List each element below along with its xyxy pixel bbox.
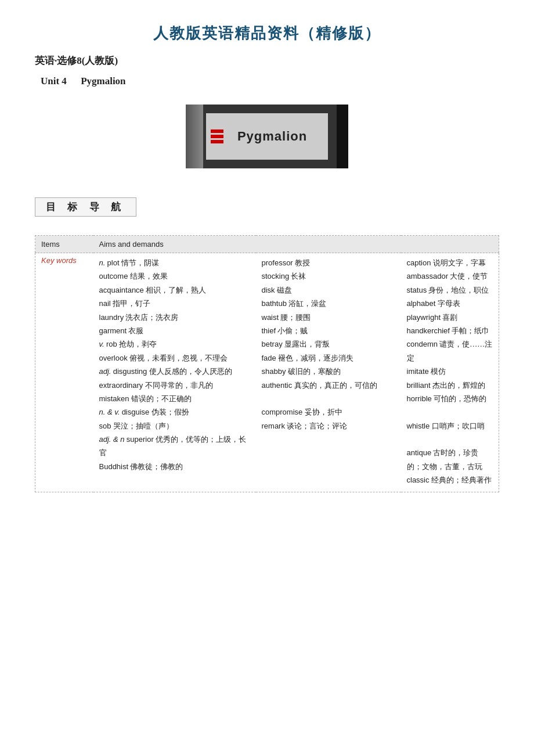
flag-stripe-red3: [211, 140, 223, 143]
word-entry: brilliant 杰出的，辉煌的: [407, 379, 493, 392]
word-entry: v. rob 抢劫，剥夺: [99, 337, 250, 351]
word-entry: whistle 口哨声；吹口哨: [407, 419, 493, 433]
word-entry: handkerchief 手帕；纸巾: [407, 324, 493, 337]
key-words-label: Key words: [35, 253, 93, 492]
word-entry: professor 教授: [262, 256, 395, 269]
word-entry: adj. & n superior 优秀的，优等的；上级，长官: [99, 433, 250, 460]
word-entry: nail 指甲，钉子: [99, 297, 250, 310]
subtitle: 英语·选修8(人教版): [35, 54, 499, 67]
word-entry: adj. disgusting 使人反感的，令人厌恶的: [99, 365, 250, 378]
word-entry: [407, 433, 493, 446]
col-aims-header: Aims and demands: [93, 236, 499, 253]
word-entry: horrible 可怕的，恐怖的: [407, 392, 493, 405]
word-entry: n. & v. disguise 伪装；假扮: [99, 405, 250, 419]
word-entry: disk 磁盘: [262, 283, 395, 297]
section-nav-title: 目 标 导 航: [35, 197, 136, 217]
word-entry: garment 衣服: [99, 324, 250, 337]
table-row: Key words n. plot 情节，阴谋 outcome 结果，效果 ac…: [35, 253, 499, 492]
word-entry: sob 哭泣；抽噎（声）: [99, 419, 250, 433]
word-entry: [262, 446, 395, 459]
word-entry: outcome 结果，效果: [99, 269, 250, 283]
unit-title: Unit 4 Pygmalion: [35, 75, 499, 87]
word-entry: [262, 433, 395, 446]
word-entry: bathtub 浴缸，澡盆: [262, 297, 395, 310]
word-entry: ambassador 大使，使节: [407, 269, 493, 283]
word-entry: classic 经典的；经典著作: [407, 473, 493, 487]
word-entry: [407, 405, 493, 419]
word-entry: [262, 392, 395, 405]
word-entry: compromise 妥协，折中: [262, 405, 395, 419]
word-entry: antique 古时的，珍贵的；文物，古董，古玩: [407, 446, 493, 473]
word-entry: authentic 真实的，真正的，可信的: [262, 379, 395, 392]
word-entry: imitate 模仿: [407, 365, 493, 378]
banner-box: Pygmalion: [186, 105, 348, 168]
word-entry: waist 腰；腰围: [262, 311, 395, 324]
unit-label: Unit 4: [41, 75, 67, 87]
banner-container: Pygmalion: [35, 105, 499, 168]
word-entry: n. plot 情节，阴谋: [99, 256, 250, 269]
col-words-2: professor 教授 stocking 长袜 disk 磁盘 bathtub…: [256, 253, 401, 492]
col-words-1: n. plot 情节，阴谋 outcome 结果，效果 acquaintance…: [93, 253, 256, 492]
word-entry: betray 显露出，背叛: [262, 337, 395, 351]
aims-table: Items Aims and demands Key words n. plot…: [35, 235, 499, 492]
word-entry: fade 褪色，减弱，逐步消失: [262, 351, 395, 365]
main-title: 人教版英语精品资料（精修版）: [35, 23, 499, 44]
banner-text: Pygmalion: [227, 129, 307, 144]
word-entry: playwright 喜剧: [407, 311, 493, 324]
word-entry: extraordinary 不同寻常的，非凡的: [99, 379, 250, 392]
word-entry: stocking 长袜: [262, 269, 395, 283]
word-entry: condemn 谴责，使……注定: [407, 337, 493, 365]
word-entry: alphabet 字母表: [407, 297, 493, 310]
unit-name: Pygmalion: [81, 75, 125, 87]
word-entry: acquaintance 相识，了解，熟人: [99, 283, 250, 297]
word-entry: status 身份，地位，职位: [407, 283, 493, 297]
word-entry: caption 说明文字，字幕: [407, 256, 493, 269]
banner-inner: Pygmalion: [206, 113, 328, 160]
word-entry: mistaken 错误的；不正确的: [99, 392, 250, 405]
flag-stripe-red2: [211, 135, 223, 138]
word-entry: remark 谈论；言论；评论: [262, 419, 395, 433]
banner-flag: [211, 129, 223, 143]
col-items-header: Items: [35, 236, 93, 253]
table-header-row: Items Aims and demands: [35, 236, 499, 253]
word-entry: Buddhist 佛教徒；佛教的: [99, 460, 250, 473]
nav-section: 目 标 导 航: [35, 197, 499, 226]
flag-stripe-red1: [211, 129, 223, 133]
col-words-3: caption 说明文字，字幕 ambassador 大使，使节 status …: [401, 253, 499, 492]
word-entry: overlook 俯视，未看到，忽视，不理会: [99, 351, 250, 365]
word-entry: thief 小偷；贼: [262, 324, 395, 337]
word-entry: shabby 破旧的，寒酸的: [262, 365, 395, 378]
word-entry: laundry 洗衣店；洗衣房: [99, 311, 250, 324]
